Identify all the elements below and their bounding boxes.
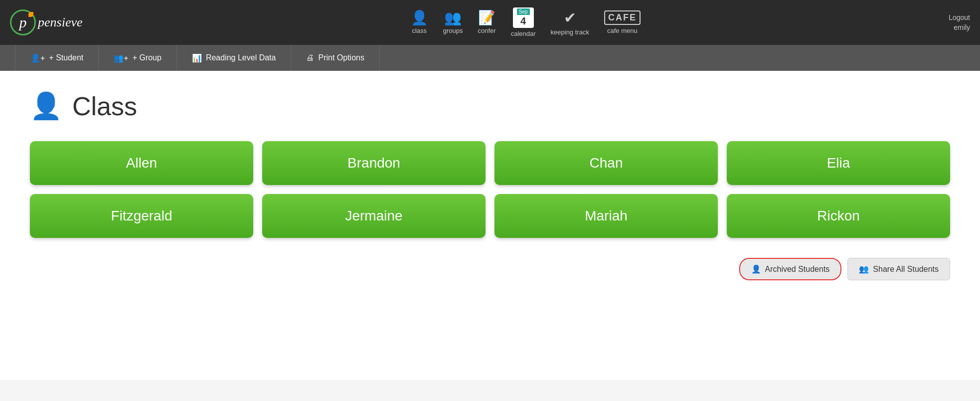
calendar-month: Sep <box>517 8 530 15</box>
confer-icon: 📝 <box>478 11 495 25</box>
student-button-chan[interactable]: Chan <box>494 141 718 185</box>
cafe-box: CAFE <box>604 10 641 25</box>
reading-level-button[interactable]: 📊 Reading Level Data <box>177 45 292 71</box>
add-student-icon: 👤+ <box>30 53 45 63</box>
share-icon: 👥 <box>859 264 869 274</box>
nav-keeping-track-label: keeping track <box>551 28 589 36</box>
checkmark-icon: ✔ <box>564 9 576 26</box>
nav-confer-label: confer <box>478 27 496 34</box>
add-group-button[interactable]: 👥+ + Group <box>99 45 177 71</box>
add-student-button[interactable]: 👤+ + Student <box>15 45 99 71</box>
add-group-label: + Group <box>133 53 162 62</box>
nav-calendar[interactable]: Sep 4 calendar <box>511 7 536 37</box>
nav-cafe-menu[interactable]: CAFE cafe menu <box>604 10 641 34</box>
class-icon: 👤 <box>411 11 428 25</box>
nav-right: Logout emily <box>949 13 970 31</box>
student-button-elia[interactable]: Elia <box>727 141 950 185</box>
nav-class-label: class <box>412 27 427 34</box>
student-button-jermaine[interactable]: Jermaine <box>262 194 486 238</box>
logout-button[interactable]: Logout <box>949 13 970 21</box>
logo-area[interactable]: p pensieve <box>10 9 83 35</box>
nav-items: 👤 class 👥 groups 📝 confer Sep 4 calendar… <box>103 7 949 37</box>
groups-icon: 👥 <box>444 11 462 25</box>
bottom-actions: 👤 Archived Students 👥 Share All Students <box>30 258 950 280</box>
logo-brand-text: pensieve <box>38 15 83 30</box>
archived-students-label: Archived Students <box>765 265 830 274</box>
print-options-label: Print Options <box>318 53 364 62</box>
share-all-students-button[interactable]: 👥 Share All Students <box>847 258 950 280</box>
nav-calendar-label: calendar <box>511 30 536 37</box>
archived-students-button[interactable]: 👤 Archived Students <box>739 258 842 280</box>
nav-cafe-label: cafe menu <box>607 27 638 34</box>
student-grid: AllenBrandonChanEliaFitzgeraldJermaineMa… <box>30 141 950 238</box>
top-nav: p pensieve 👤 class 👥 groups 📝 confer Sep… <box>0 0 980 45</box>
logo-circle: p <box>10 9 36 35</box>
calendar-icon: Sep 4 <box>513 7 534 28</box>
nav-confer[interactable]: 📝 confer <box>478 11 496 34</box>
user-label: emily <box>954 23 970 31</box>
sub-nav: 👤+ + Student 👥+ + Group 📊 Reading Level … <box>0 45 980 71</box>
student-button-mariah[interactable]: Mariah <box>494 194 718 238</box>
page-title: Class <box>72 91 137 121</box>
student-button-allen[interactable]: Allen <box>30 141 253 185</box>
student-button-fitzgerald[interactable]: Fitzgerald <box>30 194 253 238</box>
class-page-icon: 👤 <box>30 91 62 121</box>
main-content: 👤 Class AllenBrandonChanEliaFitzgeraldJe… <box>0 71 980 380</box>
nav-groups-label: groups <box>443 27 463 34</box>
add-group-icon: 👥+ <box>114 53 128 63</box>
page-header: 👤 Class <box>30 91 950 121</box>
share-all-students-label: Share All Students <box>873 265 939 274</box>
logo-letter: p <box>19 14 27 31</box>
student-button-brandon[interactable]: Brandon <box>262 141 486 185</box>
student-button-rickon[interactable]: Rickon <box>727 194 950 238</box>
print-icon: 🖨 <box>306 53 314 62</box>
reading-level-label: Reading Level Data <box>206 53 276 62</box>
logo-leaf-icon <box>28 12 33 17</box>
nav-groups[interactable]: 👥 groups <box>443 11 463 34</box>
archived-icon: 👤 <box>751 264 761 274</box>
add-student-label: + Student <box>49 53 83 62</box>
reading-level-icon: 📊 <box>192 53 202 63</box>
nav-class[interactable]: 👤 class <box>411 11 428 34</box>
calendar-day: 4 <box>517 15 530 27</box>
nav-keeping-track[interactable]: ✔ keeping track <box>551 9 589 36</box>
print-options-button[interactable]: 🖨 Print Options <box>291 45 379 71</box>
